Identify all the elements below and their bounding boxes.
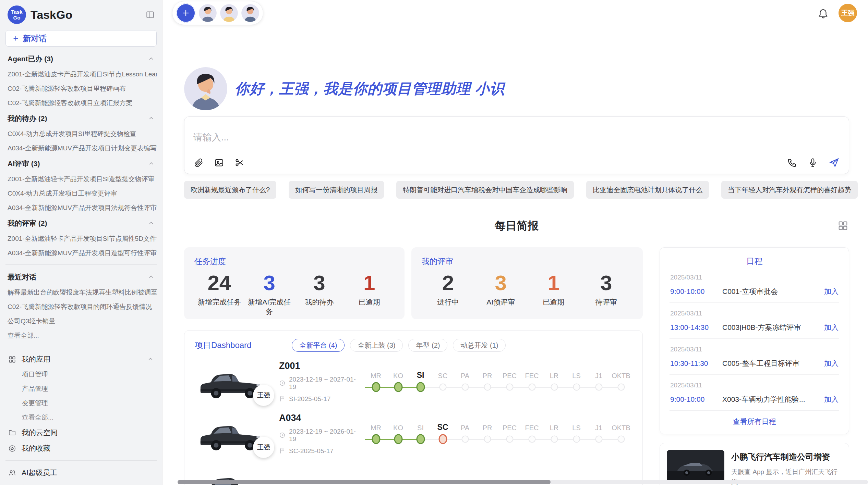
stats-card: 我的评审 2 进行中 3 AI预评审 1 已逾期 3 待评审 [411, 247, 643, 319]
milestone-dot [394, 434, 402, 444]
milestone-track: MR KO SI SC PA [365, 421, 632, 446]
attachment-icon[interactable] [193, 158, 204, 168]
project-row[interactable]: 王强 Z001 2023-12-19 ~ 2027-01-19 SI-2025-… [184, 354, 642, 406]
suggestion-chip[interactable]: 特朗普可能对进口汽车增税会对中国车企造成哪些影响 [396, 181, 574, 199]
news-title: 小鹏飞行汽车制造公司增资 [731, 451, 842, 462]
composer[interactable]: 请输入... [184, 116, 849, 174]
milestone: MR [365, 369, 387, 394]
sidebar-section-header[interactable]: 我的评审 (2) [5, 215, 157, 232]
project-image: 王强 [195, 412, 268, 455]
milestone-dot [595, 436, 602, 443]
stat-value: 3 [294, 271, 345, 295]
recent-section-header[interactable]: 最近对话 [5, 269, 157, 285]
add-session-button[interactable] [176, 3, 195, 23]
sidebar-section-header[interactable]: AI评审 (3) [5, 156, 157, 172]
member-avatar[interactable] [199, 4, 217, 22]
dashboard-title: 项目Dashboard [195, 340, 251, 351]
sidebar-item[interactable]: A034-全新新能源MUV产品开发项目计划变更表编写 [5, 141, 157, 156]
sidebar-row-label: AI超级员工 [22, 468, 57, 477]
suggestion-chip[interactable]: 当下年轻人对汽车外观有怎样的喜好趋势 [721, 181, 858, 199]
milestone: LR [543, 369, 565, 394]
event-date: 2025/03/11 [670, 274, 839, 281]
suggestion-chip[interactable]: 欧洲新规最近颁布了什么? [184, 181, 276, 199]
event-join-link[interactable]: 加入 [824, 323, 839, 332]
notification-bell-icon[interactable] [817, 7, 829, 19]
event-join-link[interactable]: 加入 [824, 359, 839, 368]
sidebar-item[interactable]: Z001-全新燃油皮卡产品开发项目SI节点Lesson Learn报告 [5, 67, 157, 82]
sidebar-section-header[interactable]: Agent已办 (3) [5, 51, 157, 67]
user-avatar[interactable]: 王强 [839, 4, 857, 22]
sidebar-item-my-apps[interactable]: 我的应用 [5, 351, 157, 367]
stat-label: 已逾期 [344, 297, 394, 307]
recent-view-all[interactable]: 查看全部... [5, 328, 157, 343]
project-flag: SC-2025-05-17 [279, 447, 363, 455]
sidebar-item[interactable]: C02-飞腾新能源轻客改款项目的闭环通告反馈情况 [5, 300, 157, 314]
dashboard-filter[interactable]: 动总开发 (1) [453, 339, 506, 352]
sidebar: Task Go TaskGo 新对话 Agent已办 (3) Z001-全新燃油… [0, 0, 162, 485]
composer-toolbar [193, 157, 839, 168]
sidebar-item[interactable]: 公司Q3轻卡销量 [5, 314, 157, 328]
suggestion-chip[interactable]: 如何写一份清晰的项目周报 [289, 181, 384, 199]
send-icon[interactable] [828, 157, 839, 168]
milestone-dot [372, 382, 380, 392]
chevron-up-icon [147, 356, 154, 363]
horizontal-scrollbar[interactable] [178, 480, 868, 484]
event-join-link[interactable]: 加入 [824, 287, 839, 296]
sidebar-item-people[interactable]: AI超级员工 [5, 465, 157, 481]
sidebar-item[interactable]: A034-全新新能源MUV产品开发项目造型可行性评审 [5, 246, 157, 260]
sidebar-item[interactable]: 解释最新出台的欧盟报废车法规再生塑料比例被调至15%... [5, 285, 157, 300]
sidebar-item[interactable]: C0X4-动力总成开发项目工程变更评审 [5, 186, 157, 201]
scrollbar-thumb[interactable] [178, 480, 551, 484]
voice-call-icon[interactable] [787, 158, 797, 168]
new-chat-button[interactable]: 新对话 [5, 30, 157, 47]
content: 你好，王强，我是你的项目管理助理 小识 请输入... [162, 0, 868, 485]
collapse-sidebar-icon[interactable] [146, 10, 155, 19]
sidebar-item[interactable]: C02-飞腾新能源轻客改款项目里程碑画布 [5, 82, 157, 96]
sidebar-item-star-badge[interactable]: 我的收藏 [5, 440, 157, 456]
milestone: FEC [521, 369, 543, 394]
dashboard-filter[interactable]: 全新平台 (4) [292, 339, 345, 352]
screenshot-scissors-icon[interactable] [234, 158, 245, 168]
sidebar-item-image[interactable]: 帮我写作 [5, 481, 157, 485]
dashboard-filter[interactable]: 年型 (2) [408, 339, 447, 352]
stat-label: 新增完成任务 [194, 297, 244, 307]
layout-switch-icon[interactable] [837, 220, 848, 231]
member-avatar[interactable] [220, 4, 238, 22]
news-card[interactable]: 小鹏飞行汽车制造公司增资 天眼查 App 显示，近日广州汇天飞行汽... [660, 443, 849, 485]
sidebar-item[interactable]: Z001-全新燃油轻卡产品开发项目SI节点属性5D文件评审 [5, 232, 157, 246]
sidebar-item[interactable]: C02-飞腾新能源轻客改款项目立项汇报方案 [5, 96, 157, 110]
schedule-event: 2025/03/11 13:00-14:30 C003|H0B-方案冻结评审 加… [670, 303, 839, 339]
sidebar-item[interactable]: C0X4-动力总成开发项目SI里程碑提交物检查 [5, 127, 157, 141]
sidebar-item[interactable]: A034-全新新能源MUV产品开发项目法规符合性评审 [5, 201, 157, 215]
microphone-icon[interactable] [808, 158, 818, 168]
milestone-dot [573, 436, 580, 443]
stat-value: 1 [527, 271, 580, 295]
sidebar-item[interactable]: 变更管理 [5, 396, 157, 410]
milestone-label: J1 [595, 369, 602, 380]
apps-view-all[interactable]: 查看全部... [5, 410, 157, 425]
sidebar-row-label: 帮我写作 [22, 484, 50, 485]
insert-image-icon[interactable] [214, 158, 224, 168]
dashboard-filter[interactable]: 全新上装 (3) [350, 339, 403, 352]
event-title: C003|H0B-方案冻结评审 [722, 323, 824, 332]
member-avatar[interactable] [241, 4, 259, 22]
milestone-dot [484, 384, 491, 391]
stat: 1 已逾期 [344, 271, 394, 316]
milestone: PEC [498, 421, 521, 446]
sidebar-item[interactable]: Z001-全新燃油轻卡产品开发项目SI造型提交物评审 [5, 172, 157, 186]
project-info: Z001 2023-12-19 ~ 2027-01-19 SI-2025-05-… [279, 361, 363, 403]
stat-label: AI预评审 [474, 297, 527, 307]
sidebar-item[interactable]: 产品管理 [5, 382, 157, 396]
stat-value: 1 [344, 271, 394, 295]
sidebar-item-folder[interactable]: 我的云空间 [5, 425, 157, 440]
sidebar-item[interactable]: 项目管理 [5, 367, 157, 382]
hero: 你好，王强，我是你的项目管理助理 小识 [184, 67, 849, 110]
schedule-view-all[interactable]: 查看所有日程 [670, 411, 839, 431]
sidebar-section-header[interactable]: 我的待办 (2) [5, 110, 157, 127]
milestone: PA [454, 421, 476, 446]
chevron-up-icon [148, 220, 155, 227]
suggestion-chip[interactable]: 比亚迪全固态电池计划具体说了什么 [586, 181, 709, 199]
milestone-dot [461, 384, 469, 391]
event-join-link[interactable]: 加入 [824, 395, 839, 404]
project-row[interactable]: 王强 A034 2023-12-19 ~ 2026-01-19 SC-2025-… [184, 406, 642, 458]
